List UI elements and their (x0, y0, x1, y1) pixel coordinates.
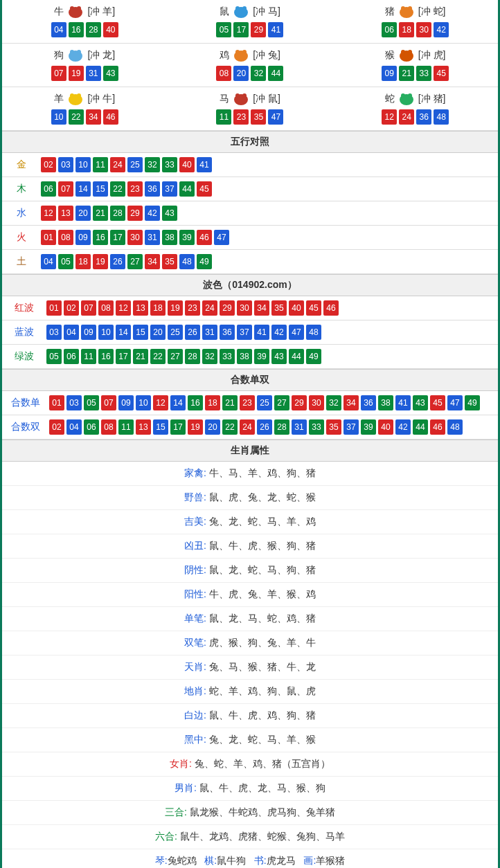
number-ball: 45 (430, 395, 445, 410)
number-ball: 19 (188, 419, 203, 435)
attr-label: 野兽: (184, 491, 206, 503)
number-ball: 27 (127, 254, 143, 269)
number-ball: 09 (382, 66, 397, 81)
number-ball: 42 (434, 22, 449, 37)
zodiac-icon (231, 48, 251, 63)
number-ball: 22 (69, 109, 84, 125)
attr-row: 阳性: 牛、虎、兔、羊、猴、鸡 (2, 583, 498, 607)
row-balls: 04051819262734354849 (41, 254, 212, 269)
attr-text: 虎、猴、狗、兔、羊、牛 (206, 637, 316, 648)
svg-point-13 (235, 50, 240, 54)
number-ball: 08 (58, 230, 73, 245)
number-ball: 30 (237, 300, 252, 316)
number-ball: 42 (145, 206, 160, 221)
number-ball: 22 (222, 419, 238, 435)
number-ball: 04 (64, 325, 79, 340)
attr-row: 黑中: 兔、龙、蛇、马、羊、猴 (2, 728, 498, 752)
number-ball: 16 (188, 395, 203, 410)
number-ball: 08 (98, 300, 114, 316)
number-ball: 43 (162, 206, 177, 221)
data-row: 金 02031011242532334041 (2, 153, 498, 177)
zodiac-balls: 12243648 (335, 109, 495, 125)
attr-label: 女肖: (170, 758, 192, 769)
svg-point-5 (242, 6, 247, 10)
zodiac-name: 蛇 (385, 93, 395, 105)
number-ball: 20 (150, 325, 166, 340)
number-ball: 33 (309, 419, 324, 435)
number-ball: 28 (110, 206, 125, 221)
attr-text: 鼠、牛、虎、龙、马、猴、狗 (197, 782, 325, 793)
row-label: 土 (8, 255, 35, 268)
number-ball: 35 (326, 419, 341, 435)
number-ball: 49 (465, 395, 480, 410)
attr-label: 男肖: (175, 782, 197, 793)
bose-header: 波色（014902.com） (2, 274, 498, 296)
number-ball: 33 (220, 349, 235, 364)
zodiac-name: 猴 (385, 49, 395, 62)
number-ball: 45 (197, 181, 212, 197)
number-ball: 34 (254, 300, 269, 316)
data-row: 水 1213202128294243 (2, 201, 498, 226)
number-ball: 35 (251, 109, 266, 125)
attr-row: 阴性: 鼠、龙、蛇、马、狗、猪 (2, 559, 498, 583)
number-ball: 40 (179, 157, 195, 172)
zodiac-clash: [冲 龙] (87, 49, 115, 62)
number-ball: 14 (116, 325, 131, 340)
svg-point-14 (242, 50, 247, 54)
number-ball: 38 (162, 230, 177, 245)
zodiac-icon (396, 91, 417, 107)
number-ball: 03 (46, 325, 62, 340)
number-ball: 09 (75, 230, 91, 245)
number-ball: 26 (110, 254, 125, 269)
row-balls: 1213202128294243 (41, 206, 177, 221)
zodiac-cell: 猪 [冲 蛇] 06183042 (332, 0, 498, 44)
number-ball: 47 (289, 325, 304, 340)
data-row: 绿波 05061116172122272832333839434449 (2, 345, 498, 369)
number-ball: 36 (220, 325, 235, 340)
zodiac-balls: 06183042 (335, 22, 495, 37)
number-ball: 23 (185, 300, 200, 316)
attr-header: 生肖属性 (2, 440, 498, 462)
zodiac-name: 猪 (385, 6, 395, 18)
data-row: 红波 0102070812131819232429303435404546 (2, 296, 498, 320)
number-ball: 15 (93, 181, 108, 197)
number-ball: 04 (51, 22, 66, 37)
number-ball: 31 (202, 325, 217, 340)
number-ball: 22 (150, 349, 166, 364)
attr-row: 六合: 鼠牛、龙鸡、虎猪、蛇猴、兔狗、马羊 (2, 825, 498, 849)
number-ball: 32 (202, 349, 217, 364)
number-ball: 13 (58, 206, 73, 221)
svg-point-10 (70, 50, 74, 54)
zodiac-balls: 10223446 (5, 109, 165, 125)
number-ball: 31 (145, 230, 160, 245)
number-ball: 46 (197, 230, 212, 245)
attr-text: 鼠、虎、兔、龙、蛇、猴 (206, 491, 316, 503)
number-ball: 24 (110, 157, 125, 172)
number-ball: 29 (292, 395, 307, 410)
number-ball: 16 (93, 230, 108, 245)
attr-text: 虎龙马 (267, 855, 304, 866)
attr-label: 黑中: (184, 734, 206, 745)
attr-text: 兔蛇鸡 (168, 855, 205, 866)
zodiac-icon (65, 4, 86, 19)
number-ball: 34 (145, 254, 160, 269)
row-label: 绿波 (8, 350, 41, 363)
zodiac-cell: 猴 [冲 虎] 09213345 (332, 44, 498, 87)
attr-label: 阳性: (184, 588, 206, 599)
attr-text: 鼠、牛、虎、猴、狗、猪 (206, 540, 316, 551)
zodiac-cell: 狗 [冲 龙] 07193143 (2, 44, 168, 87)
svg-point-11 (77, 50, 81, 54)
zodiac-icon (231, 4, 251, 19)
number-ball: 10 (98, 325, 114, 340)
zodiac-cell: 鸡 [冲 兔] 08203244 (168, 44, 333, 87)
number-ball: 46 (430, 419, 445, 435)
number-ball: 24 (202, 300, 217, 316)
number-ball: 30 (416, 22, 431, 37)
zodiac-balls: 05172941 (170, 22, 330, 37)
svg-point-1 (70, 6, 74, 10)
attr-label: 棋: (204, 855, 217, 866)
number-ball: 17 (116, 349, 131, 364)
number-ball: 36 (145, 181, 160, 197)
attr-row: 双笔: 虎、猴、狗、兔、羊、牛 (2, 631, 498, 655)
row-balls: 0103050709101214161821232527293032343638… (49, 395, 480, 410)
